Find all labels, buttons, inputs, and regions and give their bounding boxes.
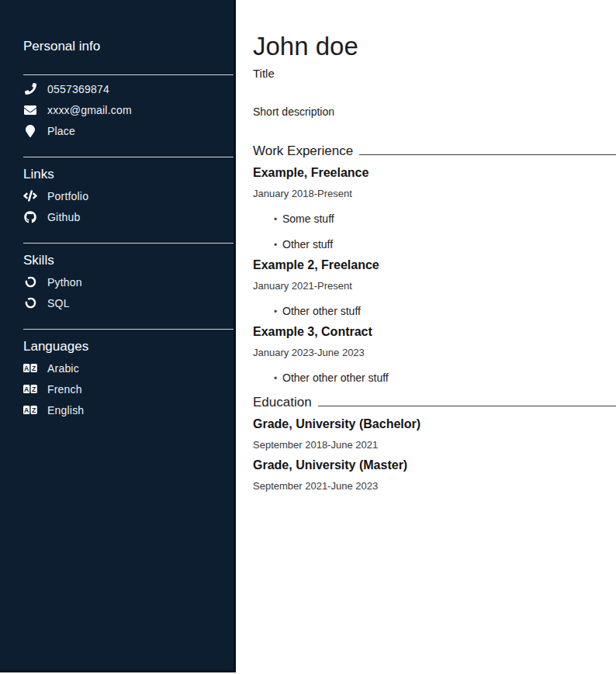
- skill-python-label: Python: [47, 276, 82, 289]
- code-icon: [23, 190, 37, 202]
- section-education: Education Grade, University (Bachelor) S…: [253, 395, 616, 492]
- sidebar-section-title-skills: Skills: [23, 253, 234, 268]
- education-entry: Grade, University (Bachelor) September 2…: [253, 417, 616, 451]
- entry-date: January 2021-Present: [253, 281, 616, 292]
- entry-date: September 2018-June 2021: [253, 440, 616, 451]
- language-french-row: AZ French: [23, 378, 234, 399]
- link-github-label: Github: [47, 211, 80, 223]
- entry-date: September 2021-June 2023: [253, 481, 616, 492]
- sidebar-section-title-languages: Languages: [23, 339, 234, 354]
- contact-place-label: Place: [47, 125, 75, 137]
- divider: [23, 329, 234, 330]
- divider: [23, 74, 234, 75]
- skill-sql-row: SQL: [23, 292, 234, 313]
- link-portfolio-row[interactable]: Portfolio: [23, 185, 234, 206]
- contact-phone-row: 0557369874: [23, 78, 234, 99]
- bullet-item: Some stuff: [274, 213, 616, 225]
- link-portfolio-label: Portfolio: [47, 190, 88, 202]
- link-github-row[interactable]: Github: [23, 206, 234, 227]
- bullet-item: Other stuff: [274, 239, 616, 251]
- divider: [23, 157, 234, 157]
- phone-icon: [23, 83, 37, 95]
- sidebar-section-personal-info: 0557369874 xxxx@gmail.com Place: [23, 78, 234, 141]
- circle-notch-icon: [23, 297, 37, 309]
- entry-title: Grade, University (Bachelor): [253, 417, 616, 430]
- section-heading-rule: [359, 154, 616, 155]
- map-marker-icon: [23, 125, 37, 137]
- section-heading-rule: [318, 406, 616, 406]
- sidebar: Personal info 0557369874 xxxx@gmail.com …: [0, 0, 236, 672]
- sidebar-section-title-personal-info: Personal info: [23, 39, 234, 54]
- job-title: Title: [253, 67, 616, 80]
- language-icon: AZ: [23, 363, 37, 373]
- section-heading-label: Work Experience: [253, 143, 353, 158]
- contact-place-row: Place: [23, 120, 234, 141]
- svg-text:Z: Z: [32, 406, 36, 414]
- sidebar-section-links: Portfolio Github: [23, 185, 234, 227]
- section-heading-label: Education: [253, 395, 312, 410]
- skill-python-row: Python: [23, 271, 234, 292]
- language-english-label: English: [47, 404, 84, 416]
- contact-email-label: xxxx@gmail.com: [47, 104, 132, 116]
- sidebar-section-title-links: Links: [23, 167, 234, 182]
- entry-bullets: Other other other stuff: [253, 372, 616, 384]
- svg-text:Z: Z: [32, 385, 36, 393]
- experience-entry: Example 3, Contract January 2023-June 20…: [253, 325, 616, 384]
- entry-bullets: Some stuff Other stuff: [253, 213, 616, 251]
- language-icon: AZ: [23, 384, 37, 394]
- contact-phone-label: 0557369874: [47, 83, 109, 95]
- envelope-icon: [23, 104, 37, 116]
- bullet-item: Other other stuff: [274, 306, 616, 317]
- svg-text:A: A: [24, 406, 29, 414]
- entry-bullets: Other other stuff: [253, 306, 616, 317]
- experience-entry: Example 2, Freelance January 2021-Presen…: [253, 258, 616, 317]
- short-description: Short description: [253, 105, 616, 118]
- skill-sql-label: SQL: [47, 297, 70, 309]
- svg-text:Z: Z: [32, 365, 36, 372]
- entry-title: Example 2, Freelance: [253, 258, 616, 271]
- language-french-label: French: [47, 383, 82, 396]
- github-icon: [23, 211, 37, 223]
- section-heading: Education: [253, 395, 616, 410]
- divider: [23, 243, 234, 244]
- sidebar-section-languages: AZ Arabic AZ French AZ English: [23, 358, 234, 420]
- svg-text:A: A: [24, 385, 29, 393]
- entry-date: January 2018-Present: [253, 188, 616, 199]
- name-heading: John doe: [253, 34, 616, 59]
- language-arabic-label: Arabic: [47, 362, 79, 375]
- entry-title: Example, Freelance: [253, 166, 616, 179]
- language-icon: AZ: [23, 405, 37, 415]
- experience-entry: Example, Freelance January 2018-Present …: [253, 166, 616, 251]
- education-entry: Grade, University (Master) September 202…: [253, 458, 616, 492]
- entry-title: Grade, University (Master): [253, 458, 616, 472]
- language-arabic-row: AZ Arabic: [23, 358, 234, 378]
- entry-title: Example 3, Contract: [253, 325, 616, 338]
- contact-email-row: xxxx@gmail.com: [23, 99, 234, 120]
- language-english-row: AZ English: [23, 399, 234, 420]
- sidebar-section-skills: Python SQL: [23, 271, 234, 313]
- section-heading: Work Experience: [253, 143, 616, 158]
- section-work-experience: Work Experience Example, Freelance Janua…: [253, 143, 616, 384]
- entry-date: January 2023-June 2023: [253, 347, 616, 358]
- svg-text:A: A: [24, 365, 29, 372]
- circle-notch-icon: [23, 276, 37, 288]
- resume-main: John doe Title Short description Work Ex…: [236, 0, 616, 674]
- bullet-item: Other other other stuff: [274, 372, 616, 384]
